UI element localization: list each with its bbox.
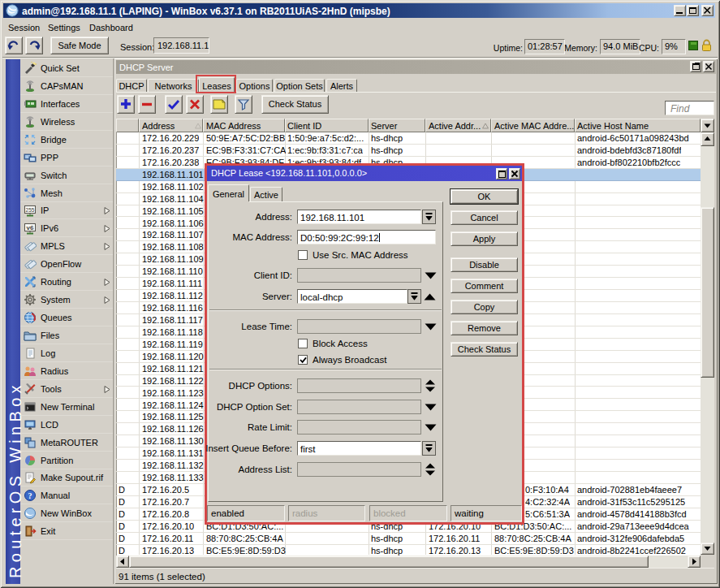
svg-text:v6: v6 — [27, 224, 34, 231]
svg-text:255: 255 — [26, 207, 35, 213]
svg-text:?: ? — [28, 491, 32, 500]
